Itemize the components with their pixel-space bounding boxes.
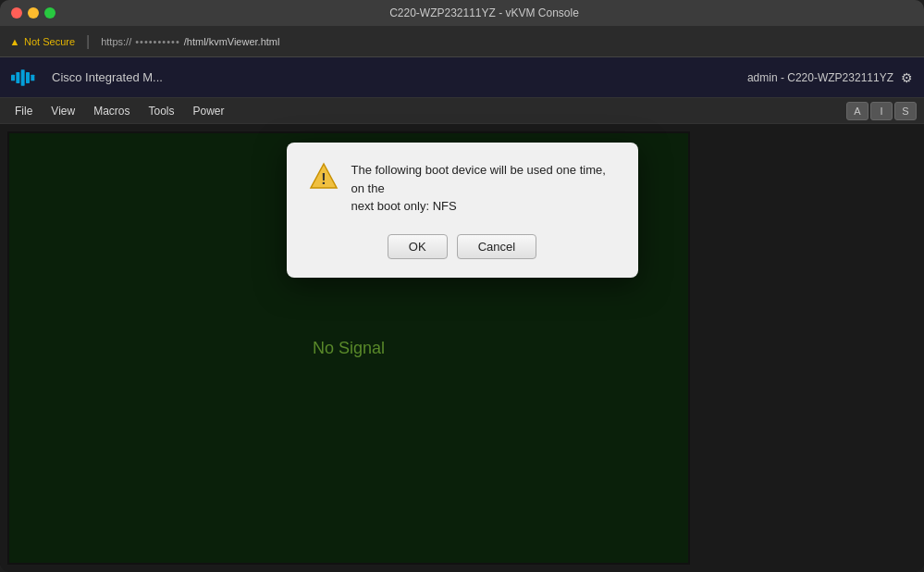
url-https: https://	[101, 36, 131, 47]
kvm-user-info: admin - C220-WZP232111YZ ⚙	[747, 70, 913, 85]
dialog-ok-button[interactable]: OK	[388, 234, 448, 259]
svg-rect-0	[11, 74, 15, 81]
maximize-button[interactable]	[44, 7, 55, 19]
not-secure-indicator: ▲ Not Secure	[9, 36, 75, 47]
mac-window: C220-WZP232111YZ - vKVM Console ▲ Not Se…	[0, 0, 924, 572]
dialog-overlay: ! The following boot device will be used…	[0, 124, 924, 572]
title-bar: C220-WZP232111YZ - vKVM Console	[0, 0, 924, 26]
svg-text:!: !	[321, 171, 326, 187]
dialog-cancel-button[interactable]: Cancel	[457, 234, 536, 259]
kvm-app-title: Cisco Integrated M...	[52, 70, 747, 84]
dialog-content: ! The following boot device will be used…	[309, 161, 616, 216]
menu-file[interactable]: File	[7, 103, 40, 119]
url-masked: ••••••••••	[135, 36, 180, 47]
warning-triangle-icon: ▲	[9, 36, 20, 47]
svg-rect-4	[31, 74, 34, 81]
not-secure-text: Not Secure	[24, 36, 75, 47]
cisco-logo	[11, 68, 41, 87]
user-info-text: admin - C220-WZP232111YZ	[747, 71, 893, 84]
menu-macros[interactable]: Macros	[86, 103, 137, 119]
svg-rect-1	[16, 72, 19, 83]
svg-rect-3	[26, 72, 30, 83]
menu-tools[interactable]: Tools	[141, 103, 181, 119]
kvm-right-buttons: A I S	[846, 102, 917, 120]
dialog-box: ! The following boot device will be used…	[287, 143, 638, 278]
kvm-main: No Signal ! The foll	[0, 124, 924, 572]
close-button[interactable]	[11, 7, 22, 19]
cisco-logo-svg	[11, 68, 41, 87]
dialog-message: The following boot device will be used o…	[351, 161, 616, 216]
gear-icon[interactable]: ⚙	[901, 70, 913, 85]
address-bar: ▲ Not Secure | https:// •••••••••• /html…	[0, 26, 924, 57]
kvm-button-s[interactable]: S	[894, 102, 917, 120]
url-separator: |	[86, 33, 90, 50]
traffic-lights	[11, 7, 55, 19]
menu-view[interactable]: View	[43, 103, 82, 119]
kvm-button-a[interactable]: A	[846, 102, 869, 120]
kvm-menubar: File View Macros Tools Power A I S	[0, 98, 924, 124]
menu-power[interactable]: Power	[186, 103, 232, 119]
kvm-header: Cisco Integrated M... admin - C220-WZP23…	[0, 57, 924, 98]
svg-rect-2	[21, 69, 25, 85]
dialog-warning-icon: !	[309, 161, 339, 191]
dialog-buttons: OK Cancel	[309, 234, 616, 259]
url-bar[interactable]: https:// •••••••••• /html/kvmViewer.html	[101, 36, 279, 47]
url-path: /html/kvmViewer.html	[184, 36, 280, 47]
kvm-button-i[interactable]: I	[870, 102, 893, 120]
kvm-app: Cisco Integrated M... admin - C220-WZP23…	[0, 57, 924, 572]
minimize-button[interactable]	[28, 7, 39, 19]
window-title: C220-WZP232111YZ - vKVM Console	[55, 6, 913, 19]
browser-content: Cisco Integrated M... admin - C220-WZP23…	[0, 57, 924, 572]
